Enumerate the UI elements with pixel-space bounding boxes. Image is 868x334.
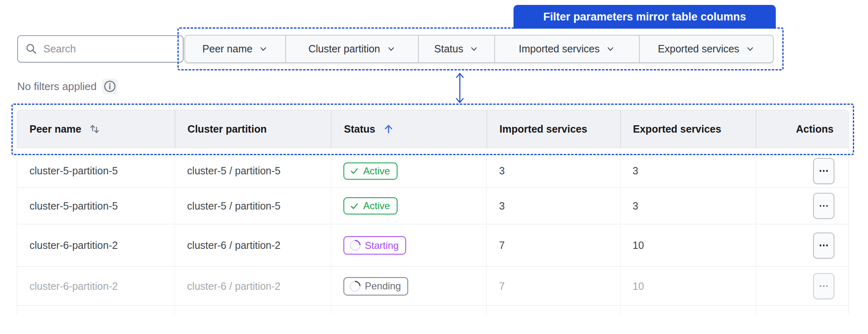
actions-cell xyxy=(756,188,848,224)
no-filters-status: No filters applied xyxy=(17,79,118,94)
status-badge-starting: Starting xyxy=(343,236,406,255)
row-actions-button[interactable] xyxy=(813,193,834,219)
column-header-cluster-partition[interactable]: Cluster partition xyxy=(175,110,331,148)
search-icon xyxy=(25,43,38,55)
cluster-partition-cell: cluster-6 / partition-2 xyxy=(175,267,331,305)
column-header-exported-services[interactable]: Exported services xyxy=(620,110,756,148)
annotation-banner: Filter parameters mirror table columns xyxy=(514,5,776,29)
imported-services-cell: 7 xyxy=(486,224,620,266)
chevron-down-icon xyxy=(469,44,479,54)
chevron-down-icon xyxy=(259,44,268,54)
column-header-peer-name[interactable]: Peer name xyxy=(17,110,175,148)
filter-label: Status xyxy=(434,43,464,55)
search-box[interactable] xyxy=(17,35,184,63)
exported-services-cell: 10 xyxy=(620,267,756,305)
exported-services-cell: 3 xyxy=(620,188,756,224)
status-badge-active: Active xyxy=(343,197,397,214)
column-header-actions: Actions xyxy=(756,110,848,148)
table-row: cluster-5-partition-5 cluster-5 / partit… xyxy=(17,154,848,188)
peer-name-cell: cluster-6-partition-2 xyxy=(17,224,175,266)
table-body: cluster-5-partition-5 cluster-5 / partit… xyxy=(17,148,849,314)
filter-group: Peer name Cluster partition Status Impor… xyxy=(184,35,774,63)
peer-name-cell: cluster-5-partition-5 xyxy=(17,188,175,224)
status-cell: Active xyxy=(331,188,486,224)
filter-label: Imported services xyxy=(519,43,600,55)
table-row: cluster-5-partition-5 cluster-5 / partit… xyxy=(17,188,848,224)
exported-services-cell: 3 xyxy=(620,154,756,187)
imported-services-cell: 3 xyxy=(486,188,620,224)
spinner-icon xyxy=(348,278,363,294)
filter-exported-services[interactable]: Exported services xyxy=(639,36,773,62)
page: Filter parameters mirror table columns P… xyxy=(0,0,868,334)
filter-peer-name[interactable]: Peer name xyxy=(185,36,285,62)
check-icon xyxy=(350,201,359,211)
filter-label: Cluster partition xyxy=(308,43,380,55)
check-icon xyxy=(350,166,359,176)
imported-services-cell: 7 xyxy=(486,267,620,305)
sort-both-icon xyxy=(89,123,101,135)
mirror-arrow-icon xyxy=(453,72,466,104)
table-header-row: Peer name Cluster partition Status Impor… xyxy=(17,110,849,148)
peer-name-cell: cluster-6-partition-2 xyxy=(17,267,175,305)
column-header-status[interactable]: Status xyxy=(331,110,486,148)
peer-name-cell: cluster-5-partition-5 xyxy=(17,154,175,187)
spinner-icon xyxy=(348,237,363,253)
filter-imported-services[interactable]: Imported services xyxy=(494,36,639,62)
info-icon[interactable] xyxy=(102,79,118,94)
column-header-imported-services[interactable]: Imported services xyxy=(486,110,620,148)
filter-label: Peer name xyxy=(202,43,252,55)
cluster-partition-cell: cluster-5 / partition-5 xyxy=(175,188,331,224)
status-badge-active: Active xyxy=(343,162,397,180)
status-cell: Active xyxy=(331,154,486,187)
peers-table: Peer name Cluster partition Status Impor… xyxy=(17,110,849,314)
sort-ascending-icon xyxy=(383,123,394,135)
chevron-down-icon xyxy=(606,44,615,54)
chevron-down-icon xyxy=(745,44,755,54)
exported-services-cell: 10 xyxy=(620,224,756,266)
status-cell: Starting xyxy=(331,224,486,266)
no-filters-label: No filters applied xyxy=(17,80,97,93)
filter-status[interactable]: Status xyxy=(418,36,494,62)
chevron-down-icon xyxy=(386,44,396,54)
row-actions-button[interactable] xyxy=(813,232,834,259)
header-gap xyxy=(17,148,848,154)
status-badge-pending: Pending xyxy=(343,277,408,296)
search-input[interactable] xyxy=(43,43,183,55)
filter-label: Exported services xyxy=(658,43,739,55)
table-row: cluster-6-partition-2 cluster-6 / partit… xyxy=(17,224,848,267)
row-actions-button[interactable] xyxy=(813,158,834,184)
table-row-partial xyxy=(17,306,848,314)
actions-cell xyxy=(756,224,848,266)
status-cell: Pending xyxy=(331,267,486,305)
row-actions-button[interactable] xyxy=(813,273,834,299)
actions-cell xyxy=(756,267,848,305)
cluster-partition-cell: cluster-6 / partition-2 xyxy=(175,224,331,266)
table-row: cluster-6-partition-2 cluster-6 / partit… xyxy=(17,267,848,306)
filter-cluster-partition[interactable]: Cluster partition xyxy=(285,36,418,62)
actions-cell xyxy=(756,154,848,187)
cluster-partition-cell: cluster-5 / partition-5 xyxy=(175,154,331,187)
imported-services-cell: 3 xyxy=(486,154,620,187)
